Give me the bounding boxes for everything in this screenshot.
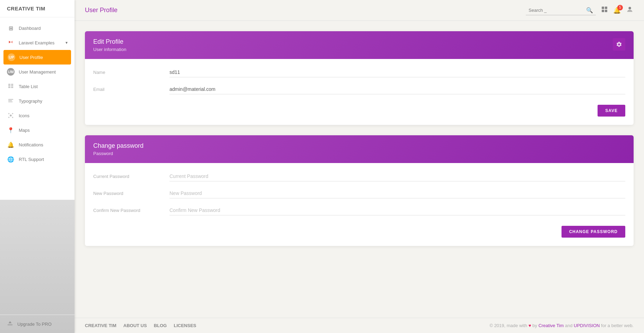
footer-copy-and: and: [565, 323, 573, 328]
main-area: User Profile 🔍 🔔 5: [75, 0, 644, 333]
new-password-input[interactable]: [169, 188, 625, 198]
footer-copy-text: © 2019, made with: [489, 323, 527, 328]
sidebar-item-table-list[interactable]: Table List: [0, 79, 75, 94]
email-input[interactable]: [169, 84, 625, 94]
user-avatar-button[interactable]: [626, 6, 634, 15]
footer-link-licenses[interactable]: LICENSES: [174, 323, 196, 328]
sidebar-item-label: RTL Support: [19, 157, 68, 162]
name-label: Name: [93, 70, 163, 75]
sidebar-item-dashboard[interactable]: ⊞ Dashboard: [0, 21, 75, 35]
footer-link-blog[interactable]: BLOG: [154, 323, 167, 328]
edit-profile-card: Edit Profile User information Name: [85, 31, 634, 125]
sidebar-item-user-management[interactable]: UM User Management: [0, 65, 75, 79]
footer-creative-tim-link[interactable]: Creative Tim: [538, 323, 564, 328]
sidebar-item-label: Dashboard: [19, 26, 68, 31]
change-password-card-body: Current Password New Password Confirm Ne…: [85, 163, 634, 246]
rtl-icon: 🌐: [7, 155, 15, 163]
confirm-password-input[interactable]: [169, 205, 625, 215]
email-label: Email: [93, 87, 163, 92]
footer-copy-by: by: [532, 323, 537, 328]
edit-profile-card-body: Name Email SAVE: [85, 59, 634, 125]
svg-rect-0: [8, 84, 10, 85]
footer-link-creative-tim[interactable]: CREATIVE TIM: [85, 323, 116, 328]
new-password-label: New Password: [93, 191, 163, 196]
chevron-down-icon: ▾: [66, 40, 68, 45]
typography-icon: [7, 97, 15, 105]
maps-icon: 📍: [7, 126, 15, 134]
page-title: User Profile: [85, 7, 118, 14]
footer-updivision-link[interactable]: UPDIVISION: [574, 323, 600, 328]
table-icon: [7, 83, 15, 90]
change-password-card: Change password Password Current Passwor…: [85, 135, 634, 246]
name-input[interactable]: [169, 67, 625, 77]
edit-profile-subtitle: User information: [93, 47, 126, 52]
sidebar-item-label: Typography: [19, 99, 68, 104]
grid-icon-button[interactable]: [601, 6, 608, 15]
svg-rect-1: [11, 84, 13, 85]
svg-rect-14: [8, 325, 12, 325]
sidebar-item-maps[interactable]: 📍 Maps: [0, 123, 75, 137]
sidebar-item-typography[interactable]: Typography: [0, 94, 75, 108]
confirm-password-form-row: Confirm New Password: [93, 205, 625, 215]
edit-profile-actions: SAVE: [93, 101, 625, 117]
dashboard-icon: ⊞: [7, 24, 15, 32]
svg-rect-8: [8, 102, 13, 102]
search-input[interactable]: [529, 8, 584, 13]
notification-bell-button[interactable]: 🔔 5: [613, 7, 621, 14]
sidebar-item-label: User Management: [19, 69, 68, 75]
user-management-abbr: UM: [7, 68, 15, 76]
topbar: User Profile 🔍 🔔 5: [75, 0, 644, 21]
sidebar-nav: ⊞ Dashboard Laravel Examples ▾: [0, 17, 75, 315]
sidebar-item-label: Maps: [19, 128, 68, 133]
svg-point-10: [8, 113, 10, 114]
sidebar-item-label: User Profile: [19, 55, 67, 60]
sidebar-item-user-profile[interactable]: UP User Profile: [3, 50, 71, 65]
svg-rect-18: [605, 10, 607, 12]
page-content: Edit Profile User information Name: [75, 21, 644, 318]
new-password-form-row: New Password: [93, 188, 625, 198]
current-password-label: Current Password: [93, 174, 163, 179]
svg-point-11: [12, 113, 14, 114]
svg-rect-2: [8, 85, 10, 86]
current-password-input[interactable]: [169, 171, 625, 181]
sidebar-item-notifications[interactable]: 🔔 Notifications: [0, 137, 75, 152]
footer-copy-suffix: for a better web.: [601, 323, 634, 328]
change-password-button[interactable]: CHANGE PASSWORD: [562, 226, 625, 238]
footer-links: CREATIVE TIM ABOUT US BLOG LICENSES: [85, 323, 196, 328]
current-password-form-row: Current Password: [93, 171, 625, 181]
footer-link-about-us[interactable]: ABOUT US: [123, 323, 147, 328]
sidebar-logo: CREATIVE TIM: [0, 0, 75, 17]
laravel-icon: [7, 39, 15, 46]
upgrade-icon: [7, 320, 13, 328]
notification-badge: 5: [617, 5, 623, 10]
upgrade-label: Upgrade To PRO: [17, 322, 52, 327]
change-password-title: Change password: [93, 142, 143, 150]
edit-profile-card-header: Edit Profile User information: [85, 31, 634, 59]
name-form-row: Name: [93, 67, 625, 77]
change-password-header-text: Change password Password: [93, 142, 143, 156]
heart-icon: ♥: [529, 323, 531, 328]
sidebar-item-label: Icons: [19, 113, 68, 118]
edit-profile-title: Edit Profile: [93, 38, 126, 45]
search-box[interactable]: 🔍: [526, 6, 596, 15]
svg-point-9: [10, 114, 11, 116]
sidebar-item-rtl-support[interactable]: 🌐 RTL Support: [0, 152, 75, 166]
confirm-password-label: Confirm New Password: [93, 208, 163, 213]
sidebar-item-label: Table List: [19, 84, 68, 89]
gear-icon-button[interactable]: [613, 38, 625, 51]
user-profile-abbr: UP: [8, 53, 15, 61]
svg-rect-15: [602, 7, 604, 9]
sidebar: CREATIVE TIM ⊞ Dashboard Laravel Examp: [0, 0, 75, 333]
svg-rect-3: [11, 85, 13, 86]
footer-copyright: © 2019, made with ♥ by Creative Tim and …: [489, 323, 634, 328]
save-button[interactable]: SAVE: [598, 105, 625, 117]
upgrade-button[interactable]: Upgrade To PRO: [0, 315, 75, 333]
icons-icon: [7, 112, 15, 119]
svg-rect-7: [8, 100, 12, 101]
search-icon: 🔍: [586, 7, 593, 14]
sidebar-item-laravel-examples[interactable]: Laravel Examples ▾: [0, 35, 75, 50]
topbar-right: 🔍 🔔 5: [526, 6, 634, 15]
change-password-card-header: Change password Password: [85, 135, 634, 163]
sidebar-item-icons[interactable]: Icons: [0, 108, 75, 123]
svg-point-12: [8, 117, 10, 118]
